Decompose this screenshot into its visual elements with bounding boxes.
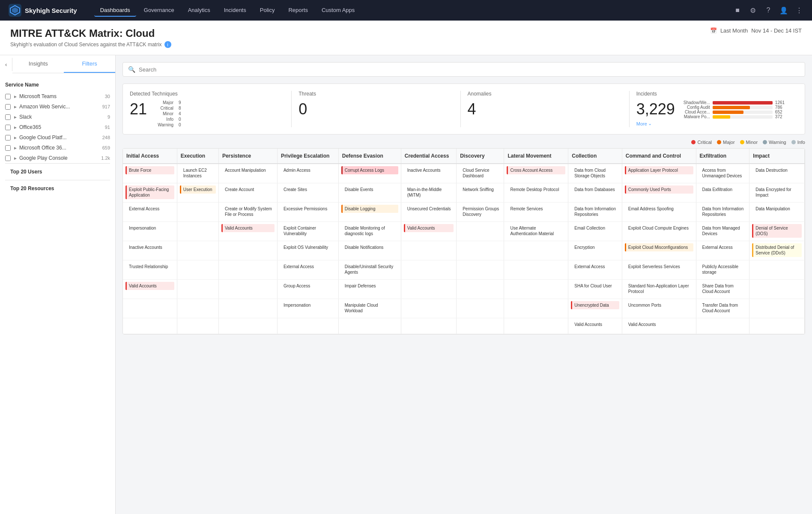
cell-tag[interactable]: Cross Account Access <box>507 166 565 174</box>
cell-tag[interactable]: Impair Defenses <box>341 282 398 290</box>
more-link[interactable]: More ⌄ <box>636 121 791 126</box>
cell-tag[interactable]: SHA for Cloud User <box>571 282 619 290</box>
cell-tag[interactable]: Valid Accounts <box>404 224 454 232</box>
cell-tag[interactable]: Application Layer Protocol <box>625 166 693 174</box>
cell-tag[interactable]: Inactive Accounts <box>125 243 174 251</box>
cell-tag[interactable]: Data from Managed Devices <box>699 224 747 238</box>
cell-tag[interactable]: Valid Accounts <box>571 320 619 329</box>
nav-custom-apps[interactable]: Custom Apps <box>316 4 361 17</box>
cell-tag[interactable]: Valid Accounts <box>221 224 275 232</box>
service-filter-item[interactable]: ► Google Cloud Platf... 248 <box>5 132 110 143</box>
nav-governance[interactable]: Governance <box>138 4 180 17</box>
top-users-section[interactable]: Top 20 Users <box>5 163 110 180</box>
cell-tag[interactable]: Use Alternate Authentication Material <box>507 224 565 238</box>
service-filter-item[interactable]: ► Slack 9 <box>5 112 110 122</box>
cell-tag[interactable]: Account Manipulation <box>221 166 275 174</box>
cell-tag[interactable]: Denial of Service (DOS) <box>752 224 802 238</box>
cell-tag[interactable]: Cloud Service Dashboard <box>459 166 501 180</box>
cell-tag[interactable]: Unencrypted Data <box>571 301 619 309</box>
cell-tag[interactable]: External Access <box>699 243 747 251</box>
cell-tag[interactable]: Valid Accounts <box>625 320 693 329</box>
help-icon[interactable]: ? <box>764 6 773 15</box>
service-filter-item[interactable]: ► Microsoft Office 36... 659 <box>5 143 110 153</box>
cell-tag[interactable]: User Execution <box>180 185 216 194</box>
grid-icon[interactable]: ⋮ <box>795 6 803 15</box>
cell-tag[interactable]: Launch EC2 Instances <box>180 166 216 180</box>
tab-insights[interactable]: Insights <box>12 55 64 73</box>
service-filter-item[interactable]: ► Office365 91 <box>5 122 110 132</box>
cell-tag[interactable]: Exploit Serverless Services <box>625 263 693 271</box>
cell-tag[interactable]: Exploit Cloud Misconfigurations <box>625 243 693 251</box>
cell-tag[interactable]: Data from Cloud Storage Objects <box>571 166 619 180</box>
cell-tag[interactable]: Create Account <box>221 185 275 194</box>
service-checkbox[interactable] <box>5 145 11 151</box>
cell-tag[interactable]: Man-in-the-Middle (MiTM) <box>404 185 454 199</box>
cell-tag[interactable]: Exploit Public-Facing Application <box>125 185 174 199</box>
cell-tag[interactable]: Disable Notifications <box>341 243 398 251</box>
cell-tag[interactable]: Transfer Data from Cloud Account <box>699 301 747 315</box>
service-checkbox[interactable] <box>5 104 11 110</box>
cell-tag[interactable]: Disable Monitoring of diagnostic logs <box>341 224 398 238</box>
logo[interactable]: Skyhigh Security <box>9 4 77 17</box>
cell-tag[interactable]: Uncommon Ports <box>625 301 693 309</box>
search-input[interactable] <box>139 66 800 73</box>
cell-tag[interactable]: Excessive Permissions <box>280 205 336 213</box>
cell-tag[interactable]: Data from Databases <box>571 185 619 194</box>
service-checkbox[interactable] <box>5 155 11 161</box>
cell-tag[interactable]: Exploit OS Vulnerability <box>280 243 336 251</box>
service-checkbox[interactable] <box>5 114 11 120</box>
cell-tag[interactable]: External Access <box>571 263 619 271</box>
top-resources-section[interactable]: Top 20 Resources <box>5 180 110 197</box>
cell-tag[interactable]: Encryption <box>571 243 619 251</box>
user-icon[interactable]: 👤 <box>779 6 788 15</box>
cell-tag[interactable]: Impersonation <box>280 301 336 309</box>
cell-tag[interactable]: Data Exfiltration <box>699 185 747 194</box>
nav-analytics[interactable]: Analytics <box>182 4 216 17</box>
cell-tag[interactable]: Valid Accounts <box>125 282 174 290</box>
cell-tag[interactable]: Disable Events <box>341 185 398 194</box>
nav-incidents[interactable]: Incidents <box>218 4 252 17</box>
shield-icon[interactable]: ■ <box>733 6 742 15</box>
cell-tag[interactable]: Distributed Denial of Service (DDoS) <box>752 243 802 257</box>
cell-tag[interactable]: Exploit Cloud Compute Engines <box>625 224 693 232</box>
cell-tag[interactable]: Permission Groups Discovery <box>459 205 501 218</box>
settings-icon[interactable]: ⚙ <box>749 6 757 15</box>
cell-tag[interactable]: External Access <box>125 205 174 213</box>
cell-tag[interactable]: Inactive Accounts <box>404 166 454 174</box>
cell-tag[interactable]: Disable/Uninstall Security Agents <box>341 263 398 276</box>
cell-tag[interactable]: Publicly Accessible storage <box>699 263 747 276</box>
cell-tag[interactable]: Remote Desktop Protocol <box>507 185 565 194</box>
calendar-icon[interactable]: 📅 <box>710 27 717 34</box>
cell-tag[interactable]: Data Encrypted for Impact <box>752 185 802 199</box>
cell-tag[interactable]: Data Manipulation <box>752 205 802 213</box>
cell-tag[interactable]: Standard Non-Application Layer Protocol <box>625 282 693 296</box>
service-checkbox[interactable] <box>5 135 11 140</box>
cell-tag[interactable]: Access from Unmanaged Devices <box>699 166 747 180</box>
cell-tag[interactable]: Admin Access <box>280 166 336 174</box>
service-checkbox[interactable] <box>5 94 11 99</box>
tab-filters[interactable]: Filters <box>64 55 115 73</box>
cell-tag[interactable]: Email Collection <box>571 224 619 232</box>
sidebar-collapse-button[interactable]: ‹ <box>0 58 12 71</box>
cell-tag[interactable]: Commonly Used Ports <box>625 185 693 194</box>
service-checkbox[interactable] <box>5 125 11 130</box>
cell-tag[interactable]: Manipulate Cloud Workload <box>341 301 398 315</box>
nav-reports[interactable]: Reports <box>282 4 314 17</box>
cell-tag[interactable]: Corrupt Access Logs <box>341 166 398 174</box>
cell-tag[interactable]: Create Sites <box>280 185 336 194</box>
cell-tag[interactable]: Create or Modify System File or Process <box>221 205 275 218</box>
nav-dashboards[interactable]: Dashboards <box>94 4 136 17</box>
cell-tag[interactable]: External Access <box>280 263 336 271</box>
service-filter-item[interactable]: ► Microsoft Teams 30 <box>5 91 110 102</box>
cell-tag[interactable]: Disable Logging <box>341 205 398 213</box>
cell-tag[interactable]: Impersonation <box>125 224 174 232</box>
cell-tag[interactable]: Data from Information Repositories <box>571 205 619 218</box>
cell-tag[interactable]: Unsecured Credentials <box>404 205 454 213</box>
cell-tag[interactable]: Exploit Container Vulnerability <box>280 224 336 238</box>
service-filter-item[interactable]: ► Google Play Console 1.2k <box>5 153 110 163</box>
cell-tag[interactable]: Remote Services <box>507 205 565 213</box>
cell-tag[interactable]: Brute Force <box>125 166 174 174</box>
service-filter-item[interactable]: ► Amazon Web Servic... 917 <box>5 102 110 112</box>
cell-tag[interactable]: Data from Information Repositories <box>699 205 747 218</box>
cell-tag[interactable]: Email Address Spoofing <box>625 205 693 213</box>
